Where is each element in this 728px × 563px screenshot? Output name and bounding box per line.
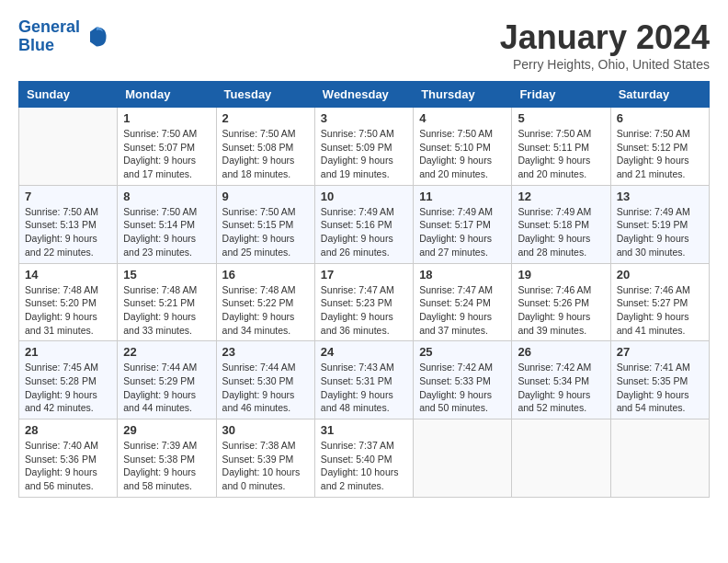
day-info: Sunrise: 7:37 AM Sunset: 5:40 PM Dayligh… (321, 439, 407, 493)
day-info: Sunrise: 7:50 AM Sunset: 5:11 PM Dayligh… (518, 127, 604, 181)
day-number: 21 (25, 345, 111, 359)
day-info: Sunrise: 7:42 AM Sunset: 5:33 PM Dayligh… (419, 361, 506, 415)
header-saturday: Saturday (610, 82, 709, 108)
day-number: 8 (123, 190, 210, 203)
header-sunday: Sunday (19, 82, 118, 108)
day-number: 2 (222, 111, 309, 125)
logo-text: General Blue (18, 18, 80, 55)
logo-icon (84, 24, 109, 50)
calendar-cell: 21Sunrise: 7:45 AM Sunset: 5:28 PM Dayli… (19, 341, 118, 419)
logo-line2: Blue (18, 36, 54, 54)
day-number: 25 (419, 345, 506, 359)
day-info: Sunrise: 7:44 AM Sunset: 5:30 PM Dayligh… (222, 361, 309, 415)
calendar-header-row: SundayMondayTuesdayWednesdayThursdayFrid… (19, 82, 710, 108)
calendar-cell: 20Sunrise: 7:46 AM Sunset: 5:27 PM Dayli… (610, 263, 709, 341)
header-wednesday: Wednesday (314, 82, 413, 108)
calendar-cell: 6Sunrise: 7:50 AM Sunset: 5:12 PM Daylig… (610, 108, 709, 186)
calendar-week-1: 7Sunrise: 7:50 AM Sunset: 5:13 PM Daylig… (19, 185, 710, 263)
day-info: Sunrise: 7:39 AM Sunset: 5:38 PM Dayligh… (123, 439, 210, 493)
day-number: 28 (25, 423, 111, 437)
calendar-cell: 24Sunrise: 7:43 AM Sunset: 5:31 PM Dayli… (314, 341, 413, 419)
day-info: Sunrise: 7:46 AM Sunset: 5:27 PM Dayligh… (617, 283, 703, 338)
day-number: 10 (321, 190, 407, 203)
day-number: 23 (222, 345, 309, 359)
day-number: 19 (518, 268, 604, 282)
calendar-cell: 28Sunrise: 7:40 AM Sunset: 5:36 PM Dayli… (19, 419, 118, 498)
day-number: 6 (617, 111, 703, 125)
day-info: Sunrise: 7:46 AM Sunset: 5:26 PM Dayligh… (518, 283, 604, 338)
day-number: 27 (617, 345, 703, 359)
day-number: 24 (321, 345, 407, 359)
calendar-week-4: 28Sunrise: 7:40 AM Sunset: 5:36 PM Dayli… (19, 419, 710, 498)
calendar-cell: 29Sunrise: 7:39 AM Sunset: 5:38 PM Dayli… (118, 419, 216, 498)
calendar-cell: 16Sunrise: 7:48 AM Sunset: 5:22 PM Dayli… (216, 263, 314, 341)
calendar-week-2: 14Sunrise: 7:48 AM Sunset: 5:20 PM Dayli… (19, 263, 710, 341)
calendar-cell (512, 419, 610, 498)
day-info: Sunrise: 7:49 AM Sunset: 5:19 PM Dayligh… (617, 205, 703, 259)
day-info: Sunrise: 7:50 AM Sunset: 5:12 PM Dayligh… (617, 127, 703, 181)
day-number: 7 (25, 190, 111, 203)
calendar-table: SundayMondayTuesdayWednesdayThursdayFrid… (18, 81, 710, 498)
day-info: Sunrise: 7:40 AM Sunset: 5:36 PM Dayligh… (25, 439, 111, 493)
calendar-cell: 14Sunrise: 7:48 AM Sunset: 5:20 PM Dayli… (19, 263, 118, 341)
day-info: Sunrise: 7:45 AM Sunset: 5:28 PM Dayligh… (25, 361, 111, 415)
calendar-cell: 7Sunrise: 7:50 AM Sunset: 5:13 PM Daylig… (19, 185, 118, 263)
day-number: 31 (321, 423, 407, 437)
day-number: 1 (123, 111, 210, 125)
day-info: Sunrise: 7:50 AM Sunset: 5:09 PM Dayligh… (321, 127, 407, 181)
calendar-cell: 10Sunrise: 7:49 AM Sunset: 5:16 PM Dayli… (314, 185, 413, 263)
day-number: 18 (419, 268, 506, 282)
logo-line1: General (18, 17, 80, 36)
day-number: 17 (321, 268, 407, 282)
day-number: 29 (123, 423, 210, 437)
day-number: 5 (518, 111, 604, 125)
day-info: Sunrise: 7:50 AM Sunset: 5:10 PM Dayligh… (419, 127, 506, 181)
day-info: Sunrise: 7:48 AM Sunset: 5:20 PM Dayligh… (25, 283, 111, 338)
day-info: Sunrise: 7:44 AM Sunset: 5:29 PM Dayligh… (123, 361, 210, 415)
day-info: Sunrise: 7:49 AM Sunset: 5:16 PM Dayligh… (321, 205, 407, 259)
location: Perry Heights, Ohio, United States (500, 57, 710, 72)
day-number: 13 (617, 190, 703, 203)
logo: General Blue (18, 18, 109, 55)
calendar-cell (414, 419, 512, 498)
calendar-cell: 17Sunrise: 7:47 AM Sunset: 5:23 PM Dayli… (314, 263, 413, 341)
calendar-cell: 18Sunrise: 7:47 AM Sunset: 5:24 PM Dayli… (414, 263, 512, 341)
calendar-cell: 11Sunrise: 7:49 AM Sunset: 5:17 PM Dayli… (414, 185, 512, 263)
day-number: 26 (518, 345, 604, 359)
calendar-cell: 15Sunrise: 7:48 AM Sunset: 5:21 PM Dayli… (118, 263, 216, 341)
day-info: Sunrise: 7:50 AM Sunset: 5:15 PM Dayligh… (222, 205, 309, 259)
calendar-cell: 30Sunrise: 7:38 AM Sunset: 5:39 PM Dayli… (216, 419, 314, 498)
day-number: 11 (419, 190, 506, 203)
day-info: Sunrise: 7:43 AM Sunset: 5:31 PM Dayligh… (321, 361, 407, 415)
day-info: Sunrise: 7:50 AM Sunset: 5:08 PM Dayligh… (222, 127, 309, 181)
calendar-cell (19, 108, 118, 186)
day-number: 9 (222, 190, 309, 203)
header-tuesday: Tuesday (216, 82, 314, 108)
calendar-cell: 31Sunrise: 7:37 AM Sunset: 5:40 PM Dayli… (314, 419, 413, 498)
calendar-cell: 25Sunrise: 7:42 AM Sunset: 5:33 PM Dayli… (414, 341, 512, 419)
calendar-cell: 27Sunrise: 7:41 AM Sunset: 5:35 PM Dayli… (610, 341, 709, 419)
day-number: 30 (222, 423, 309, 437)
day-info: Sunrise: 7:50 AM Sunset: 5:07 PM Dayligh… (123, 127, 210, 181)
month-title: January 2024 (500, 18, 710, 57)
calendar-cell: 2Sunrise: 7:50 AM Sunset: 5:08 PM Daylig… (216, 108, 314, 186)
day-number: 12 (518, 190, 604, 203)
header-thursday: Thursday (414, 82, 512, 108)
calendar-cell: 1Sunrise: 7:50 AM Sunset: 5:07 PM Daylig… (118, 108, 216, 186)
calendar-cell: 12Sunrise: 7:49 AM Sunset: 5:18 PM Dayli… (512, 185, 610, 263)
day-info: Sunrise: 7:50 AM Sunset: 5:14 PM Dayligh… (123, 205, 210, 259)
calendar-week-3: 21Sunrise: 7:45 AM Sunset: 5:28 PM Dayli… (19, 341, 710, 419)
page-header: General Blue January 2024 Perry Heights,… (18, 18, 710, 72)
calendar-week-0: 1Sunrise: 7:50 AM Sunset: 5:07 PM Daylig… (19, 108, 710, 186)
day-info: Sunrise: 7:50 AM Sunset: 5:13 PM Dayligh… (25, 205, 111, 259)
calendar-cell: 23Sunrise: 7:44 AM Sunset: 5:30 PM Dayli… (216, 341, 314, 419)
day-info: Sunrise: 7:47 AM Sunset: 5:23 PM Dayligh… (321, 283, 407, 338)
calendar-cell: 9Sunrise: 7:50 AM Sunset: 5:15 PM Daylig… (216, 185, 314, 263)
day-info: Sunrise: 7:38 AM Sunset: 5:39 PM Dayligh… (222, 439, 309, 493)
title-section: January 2024 Perry Heights, Ohio, United… (500, 18, 710, 72)
day-number: 4 (419, 111, 506, 125)
day-number: 14 (25, 268, 111, 282)
day-info: Sunrise: 7:47 AM Sunset: 5:24 PM Dayligh… (419, 283, 506, 338)
day-number: 16 (222, 268, 309, 282)
calendar-cell: 8Sunrise: 7:50 AM Sunset: 5:14 PM Daylig… (118, 185, 216, 263)
